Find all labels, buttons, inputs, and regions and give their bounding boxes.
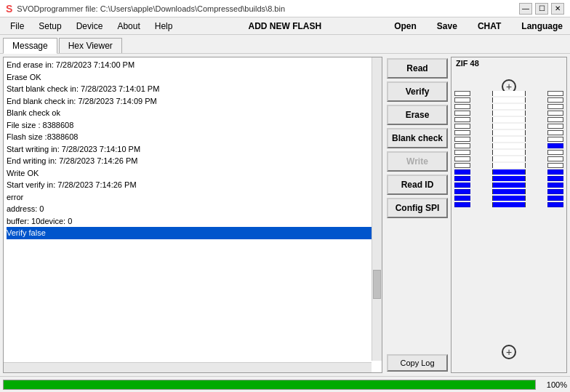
pin-row-7 — [454, 130, 563, 135]
pin-l-11 — [454, 156, 470, 161]
minimize-button[interactable]: — — [519, 3, 532, 15]
app-icon: S — [6, 3, 12, 15]
msg-2: Start blank check in: 7/28/2023 7:14:01 … — [7, 84, 159, 93]
menu-language[interactable]: Language — [517, 20, 567, 33]
write-button[interactable]: Write — [387, 151, 448, 172]
menu-file[interactable]: File — [3, 20, 31, 33]
menu-open[interactable]: Open — [390, 20, 421, 33]
pin-l-3 — [454, 104, 470, 109]
pin-m-4 — [492, 111, 526, 116]
pin-l-16 — [454, 189, 470, 194]
pin-r-13 — [547, 169, 563, 175]
add-new-flash-button[interactable]: ADD NEW FLASH — [180, 21, 390, 31]
pin-r-7 — [547, 130, 563, 135]
menu-chat[interactable]: CHAT — [473, 20, 505, 33]
message-area[interactable]: End erase in: 7/28/2023 7:14:00 PM Erase… — [4, 57, 382, 372]
horizontal-scrollbar[interactable] — [4, 362, 372, 372]
verify-button[interactable]: Verify — [387, 81, 448, 102]
msg-6: Flash size :8388608 — [7, 132, 78, 141]
pin-m-17 — [492, 196, 526, 201]
erase-button[interactable]: Erase — [387, 105, 448, 125]
pin-r-12 — [547, 163, 563, 168]
pin-row-3 — [454, 104, 563, 109]
pin-m-13 — [492, 169, 526, 175]
pin-l-6 — [454, 124, 470, 129]
pin-row-8 — [454, 137, 563, 142]
pin-r-17 — [547, 196, 563, 201]
pin-m-11 — [492, 156, 526, 161]
pin-r-3 — [547, 104, 563, 109]
config-spi-button[interactable]: Config SPI — [387, 198, 448, 218]
pin-r-4 — [547, 111, 563, 116]
progress-fill — [4, 380, 535, 389]
pin-l-9 — [454, 143, 470, 148]
tab-hex-viewer[interactable]: Hex Viewer — [59, 38, 122, 53]
pin-l-7 — [454, 130, 470, 135]
msg-9: Write OK — [7, 169, 39, 177]
pin-l-14 — [454, 176, 470, 181]
pin-r-11 — [547, 156, 563, 161]
pin-r-15 — [547, 183, 563, 188]
scroll-thumb[interactable] — [373, 270, 381, 299]
menu-setup[interactable]: Setup — [31, 20, 68, 33]
pin-m-1 — [492, 91, 526, 96]
pin-m-8 — [492, 137, 526, 142]
msg-13: buffer: 10device: 0 — [7, 217, 72, 225]
msg-11: error — [7, 193, 23, 201]
pin-r-16 — [547, 189, 563, 194]
msg-7: Start writing in: 7/28/2023 7:14:10 PM — [7, 145, 140, 153]
menu-save[interactable]: Save — [433, 20, 462, 33]
pin-r-10 — [547, 150, 563, 155]
pin-r-9 — [547, 143, 563, 148]
pin-row-11 — [454, 156, 563, 161]
menu-help[interactable]: Help — [148, 20, 180, 33]
msg-1: Erase OK — [7, 73, 41, 81]
pin-l-10 — [454, 150, 470, 155]
pin-m-3 — [492, 104, 526, 109]
close-button[interactable]: ✕ — [551, 3, 564, 15]
msg-12: address: 0 — [7, 204, 44, 213]
vertical-scrollbar[interactable] — [372, 57, 382, 361]
pin-row-5 — [454, 117, 563, 122]
progress-label: 100% — [542, 380, 567, 389]
msg-14: Verify false — [7, 227, 379, 239]
menu-device[interactable]: Device — [69, 20, 111, 33]
pin-l-18 — [454, 202, 470, 207]
pin-l-13 — [454, 169, 470, 175]
pin-l-4 — [454, 111, 470, 116]
pin-m-12 — [492, 163, 526, 168]
pins-container — [451, 91, 566, 348]
status-bar: 100% — [0, 376, 570, 392]
pin-r-8 — [547, 137, 563, 142]
pin-m-18 — [492, 202, 526, 207]
pin-row-9 — [454, 143, 563, 148]
pin-r-2 — [547, 97, 563, 103]
pin-row-16 — [454, 189, 563, 194]
pin-l-17 — [454, 196, 470, 201]
pin-r-18 — [547, 202, 563, 207]
read-id-button[interactable]: Read ID — [387, 175, 448, 195]
pin-row-17 — [454, 196, 563, 201]
pin-l-12 — [454, 163, 470, 168]
blank-check-button[interactable]: Blank check — [387, 128, 448, 148]
pin-m-5 — [492, 117, 526, 122]
tab-bar: Message Hex Viewer — [0, 35, 570, 54]
tab-message[interactable]: Message — [3, 38, 57, 54]
msg-5: File size : 8388608 — [7, 121, 73, 129]
pin-l-15 — [454, 183, 470, 188]
pin-m-9 — [492, 143, 526, 148]
pin-m-2 — [492, 97, 526, 103]
progress-bar — [3, 380, 536, 390]
copy-log-button[interactable]: Copy Log — [387, 354, 448, 372]
restore-button[interactable]: ☐ — [535, 3, 548, 15]
pin-l-5 — [454, 117, 470, 122]
menu-about[interactable]: About — [110, 20, 147, 33]
pin-r-5 — [547, 117, 563, 122]
action-buttons-panel: Read Verify Erase Blank check Write Read… — [384, 54, 449, 376]
title-text: SVODprogrammer file: C:\Users\apple\Down… — [17, 4, 519, 13]
title-bar: S SVODprogrammer file: C:\Users\apple\Do… — [0, 0, 570, 17]
pin-row-12 — [454, 163, 563, 168]
read-button[interactable]: Read — [387, 58, 448, 79]
pin-row-10 — [454, 150, 563, 155]
menu-right-group: Open Save CHAT Language — [390, 20, 567, 33]
